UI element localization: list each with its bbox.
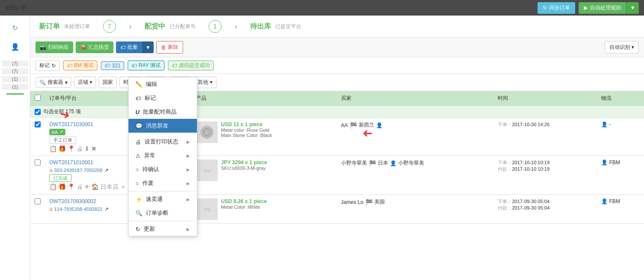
batch-btn-arrow[interactable]: ▼ xyxy=(142,41,154,53)
dropdown-divider-2 xyxy=(129,191,197,191)
row3-platform-link[interactable]: 114-7935208-4593822 xyxy=(54,207,102,212)
home-icon[interactable]: 🏠 xyxy=(91,183,99,191)
svg-point-0 xyxy=(200,126,213,139)
dropdown-pending[interactable]: ○ 待确认 xyxy=(129,162,197,176)
row2-order-num[interactable]: OWT20171010001 xyxy=(49,159,93,165)
tag-icon-virtual: 🏷 xyxy=(172,63,177,69)
mark-btn[interactable]: 标记 ↻ xyxy=(35,60,60,71)
scan-icon: 📷 xyxy=(40,45,46,51)
nav-right: ↻ 同步订单 ▶ 自动处理规则 ▼ xyxy=(538,2,639,14)
gift2-icon[interactable]: 🎁 xyxy=(58,183,66,191)
sidebar-count-3: (1) xyxy=(2,76,28,82)
sidebar: ↻ 👤 (7) (7) (1) (1) xyxy=(0,16,30,280)
print-icon[interactable]: 🖨 xyxy=(77,145,83,152)
location2-icon[interactable]: 📍 xyxy=(68,183,75,191)
row1-logistics-icon: 👤 xyxy=(601,121,608,127)
row1-product-cell: USD 11 x 1 piece Metal color :Rose Gold … xyxy=(192,118,337,156)
gift-icon[interactable]: 🎁 xyxy=(58,145,66,152)
row2-buyer-name2: 小野寺翠美 xyxy=(398,159,424,167)
batch-btn[interactable]: 🏷 批量 xyxy=(116,41,142,53)
collect-btn[interactable]: 📦 汇总拣货 xyxy=(76,41,113,53)
row2-user-icon: 👤 xyxy=(390,160,396,166)
layout: ↻ 👤 (7) (7) (1) (1) 新订单 未处理订单 7 › 配货中 已分… xyxy=(0,16,644,280)
scan-btn[interactable]: 📷 扫码响应 xyxy=(35,41,73,53)
location-icon[interactable]: 📍 xyxy=(68,145,75,152)
dropdown-mark[interactable]: 🏷 标记 xyxy=(129,91,197,105)
sync-btn[interactable]: ↻ 同步订单 xyxy=(538,2,575,14)
tag-bar: 标记 ↻ 🏷 BM 测试 🏷 321 🏷 RAY 测试 🏷 虚拟提交成功 xyxy=(30,57,644,74)
row3-order-num[interactable]: OWT201709300002 xyxy=(49,198,96,204)
print2-icon[interactable]: 🖨 xyxy=(77,183,83,191)
mark-menu-icon: 🏷 xyxy=(135,95,141,102)
copy2-icon[interactable]: 📋 xyxy=(49,183,57,191)
tag-icon-321: 🏷 xyxy=(105,63,110,69)
row2-buyer-cell: 小野寺翠美 🏁 日本 👤 小野寺翠美 xyxy=(337,156,493,195)
dropdown-edit[interactable]: ✏️ 编辑 xyxy=(129,77,197,91)
row1-checkbox-cell xyxy=(30,118,45,156)
select-all-bar-checkbox[interactable] xyxy=(35,109,41,115)
sidebar-count-1: (7) xyxy=(2,60,28,67)
edit-menu-icon: ✏️ xyxy=(135,81,142,88)
tag-bm[interactable]: 🏷 BM 测试 xyxy=(63,60,97,70)
delete-btn[interactable]: 🗑 删除 xyxy=(156,41,183,54)
dropdown-batch-match[interactable]: U 批量配对商品 xyxy=(129,105,197,119)
row3-product-img: img xyxy=(196,198,218,220)
row3-country: 美国 xyxy=(374,198,385,206)
diagnosis-icon: 🔍 xyxy=(135,210,142,216)
dropdown-void[interactable]: ○ 作废 xyxy=(129,176,197,190)
row3-checkbox[interactable] xyxy=(35,198,41,204)
sidebar-user-icon[interactable]: 👤 xyxy=(6,38,24,55)
select-all-checkbox[interactable] xyxy=(35,95,41,101)
auto-id-btn[interactable]: 自动识别 ▾ xyxy=(605,41,639,54)
dropdown-print-status[interactable]: 🖨 设置打印状态 xyxy=(129,135,197,149)
row1-checkbox[interactable] xyxy=(35,121,41,127)
row2-checkbox[interactable] xyxy=(35,159,41,165)
row2-product-info: img JPY 3294 x 1 piece SKU:s0039-3-M-gra… xyxy=(196,159,332,181)
th-time: 时间 xyxy=(493,91,597,106)
sidebar-count-4: (1) xyxy=(2,84,28,90)
store-filter[interactable]: 店铺 ▾ xyxy=(74,76,96,88)
svg-text:img: img xyxy=(203,168,210,173)
auto-btn-dropdown[interactable]: ▼ xyxy=(626,2,639,14)
auto-btn[interactable]: ▶ 自动处理规则 xyxy=(579,2,626,14)
auto-btn-group: ▶ 自动处理规则 ▼ xyxy=(579,2,639,14)
collect-icon: 📦 xyxy=(80,45,87,51)
dropdown-update[interactable]: ↻ 更新 xyxy=(129,222,197,236)
copy-icon[interactable]: 📋 xyxy=(49,145,57,152)
tag-virtual[interactable]: 🏷 虚拟提交成功 xyxy=(168,60,214,70)
row1-buyer-info: AA 🏁 新西兰 👤 xyxy=(341,121,489,129)
other-filter[interactable]: 其他 ▾ xyxy=(194,76,216,88)
country-filter[interactable]: 国家 xyxy=(99,76,117,88)
tag-ray[interactable]: 🏷 RAY 测试 xyxy=(128,60,164,70)
row2-time-pay: 付款：2017-10-10 10:19 xyxy=(498,166,592,172)
plane-icon[interactable]: ✈ xyxy=(84,183,90,191)
row2-buyer-name: 小野寺翠美 xyxy=(341,159,367,167)
row2-flag: 🏁 xyxy=(369,160,376,167)
row1-product-img xyxy=(196,121,218,143)
status-shipping: 配货中 已分配单号 xyxy=(145,22,196,31)
sync-icon: ↻ xyxy=(543,5,547,11)
row2-platform-link[interactable]: 503-2439187-7050268 xyxy=(54,168,102,173)
search-filter[interactable]: 🔍 搜索器 ▾ xyxy=(35,77,71,88)
tag-icon: 🏷 xyxy=(120,45,126,51)
row3-product-detail: USD 9.26 x 1 piece Metal Color :White xyxy=(221,198,267,210)
download-icon[interactable]: ⬇ xyxy=(84,145,90,152)
dropdown-message[interactable]: 💬 消息群发 xyxy=(129,119,197,133)
edit-icon[interactable]: ✖ xyxy=(91,145,97,152)
row2-time-order: 下单：2017-10-10 10:19 xyxy=(498,159,592,166)
th-buyer: 买家 xyxy=(337,91,493,106)
toolbar-right: 自动识别 ▾ xyxy=(605,41,639,54)
add-icon[interactable]: ＋ xyxy=(120,183,126,191)
dropdown-diagnosis[interactable]: 🔍 订单诊断 xyxy=(129,206,197,220)
store-arrow: ▾ xyxy=(90,79,92,85)
tag-icon-ray: 🏷 xyxy=(132,63,137,69)
row2-logistics: FBM xyxy=(609,159,620,165)
japan-store-icon[interactable]: 日本店 xyxy=(100,183,119,191)
sidebar-refresh-icon[interactable]: ↻ xyxy=(6,19,24,36)
row3-time-order: 下单：2017-09-30 05:04 xyxy=(498,198,592,205)
batch-match-icon: U xyxy=(135,109,139,115)
tag-321[interactable]: 🏷 321 xyxy=(101,61,124,70)
dropdown-aliexpress[interactable]: ⚡ 速卖通 xyxy=(129,192,197,206)
dropdown-exception[interactable]: ⚠ 异常 xyxy=(129,149,197,162)
void-icon: ○ xyxy=(135,180,139,187)
